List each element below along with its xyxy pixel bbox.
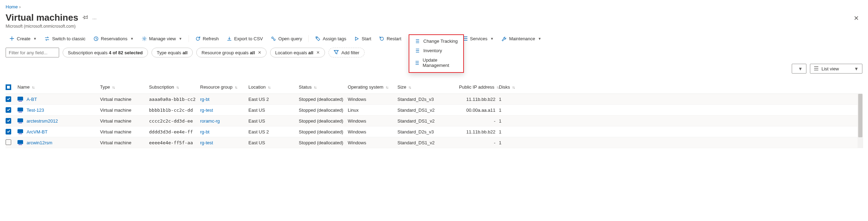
table-row[interactable]: Test-123Virtual machinebbbb1b1b-cc2c-ddr… [6,105,862,116]
filter-pill-subscription[interactable]: Subscription equals 4 of 82 selected [63,48,148,57]
cell-disks: 1 [499,97,542,102]
restart-button[interactable]: Restart [375,34,405,43]
pill-label: Resource group equals all [202,50,255,55]
row-checkbox[interactable] [6,96,11,102]
add-filter-button[interactable]: Add filter [329,48,365,57]
cell-type: Virtual machine [100,108,149,113]
svg-point-4 [317,37,317,38]
pin-icon[interactable] [83,14,88,21]
cell-status: Stopped (deallocated) [299,97,348,102]
close-icon[interactable]: ✕ [850,12,862,24]
scrollbar[interactable] [858,94,863,148]
cell-subscription: bbbb1b1b-cc2c-dd [149,108,200,113]
scrollbar-thumb[interactable] [858,94,862,137]
tenant-subtitle: Microsoft (microsoft.onmicrosoft.com) [6,24,97,29]
cell-public-ip: 11.11b.bb.b22 [448,97,499,102]
chevron-down-icon: ▼ [33,37,37,41]
cell-resource-group[interactable]: rg-test [200,140,248,145]
cell-disks: 1 [499,118,542,124]
services-inventory[interactable]: Inventory [409,46,463,55]
cell-disks: 1 [499,129,542,134]
reservations-button[interactable]: Reservations ▼ [90,34,137,43]
row-checkbox[interactable] [6,107,11,113]
list-view-label: List view [821,66,839,71]
cell-resource-group[interactable]: rg-bt [200,97,248,102]
services-change-tracking[interactable]: Change Tracking [409,36,463,46]
chevron-right-icon: › [19,4,21,9]
cell-subscription: dddd3d3d-ee4e-ff [149,129,200,134]
table-row[interactable]: ArcVM-BTVirtual machinedddd3d3d-ee4e-ffr… [6,126,862,137]
separator [308,35,309,42]
cell-status: Stopped (deallocated) [299,129,348,134]
pill-label: Type equals all [157,50,188,55]
clear-filter-icon[interactable]: ✕ [258,50,261,55]
group-by-select[interactable]: ▼ [792,64,806,74]
refresh-button[interactable]: Refresh [192,34,223,43]
cell-type: Virtual machine [100,97,149,102]
cell-name[interactable]: A-BT [17,97,100,102]
open-query-button[interactable]: Open query [267,34,306,43]
col-disks[interactable]: Disks↑↓ [499,84,542,90]
col-type[interactable]: Type↑↓ [100,84,149,90]
cell-resource-group[interactable]: rg-test [200,108,248,113]
start-button[interactable]: Start [351,34,375,43]
export-csv-label: Export to CSV [234,36,263,41]
table-row[interactable]: arcwin12rsmVirtual machineeeee4e4e-ff5f-… [6,137,862,148]
manage-view-button[interactable]: Manage view ▼ [138,34,186,43]
cell-disks: 1 [499,108,542,113]
refresh-label: Refresh [203,36,219,41]
chevron-down-icon: ▼ [538,37,542,41]
services-update-management[interactable]: Update Management [409,55,463,70]
cell-name[interactable]: ArcVM-BT [17,129,100,134]
cell-name[interactable]: Test-123 [17,108,100,113]
col-status[interactable]: Status↑↓ [299,84,348,90]
search-input[interactable] [6,48,59,57]
row-checkbox[interactable] [6,139,11,145]
col-resource-group[interactable]: Resource group↑↓ [200,84,248,90]
pill-label: Location equals all [275,50,313,55]
more-icon[interactable]: … [92,15,97,20]
clock-icon [93,36,99,41]
filter-pill-type[interactable]: Type equals all [151,48,193,57]
cell-name[interactable]: arctestrsm2012 [17,118,100,124]
select-all-checkbox[interactable] [6,84,17,90]
col-os[interactable]: Operating system↑↓ [348,84,397,90]
filter-pill-resource-group[interactable]: Resource group equals all ✕ [196,48,267,57]
restart-label: Restart [387,36,401,41]
cell-resource-group[interactable]: roramc-rg [200,118,248,124]
tag-icon [315,36,320,41]
col-location[interactable]: Location↑↓ [248,84,299,90]
cell-type: Virtual machine [100,118,149,124]
create-button[interactable]: Create ▼ [6,34,40,43]
vm-icon [17,97,23,102]
filter-pill-location[interactable]: Location equals all ✕ [270,48,325,57]
clear-filter-icon[interactable]: ✕ [316,50,320,55]
switch-classic-button[interactable]: Switch to classic [41,34,89,43]
cell-resource-group[interactable]: rg-bt [200,129,248,134]
breadcrumb-home[interactable]: Home [6,4,18,9]
cell-location: East US [248,108,299,113]
export-csv-button[interactable]: Export to CSV [223,34,266,43]
services-button[interactable]: Services ▼ [459,34,497,43]
cell-name[interactable]: arcwin12rsm [17,140,100,145]
cell-os: Linux [348,108,397,113]
svg-point-3 [274,39,275,40]
vm-icon [17,118,23,123]
row-checkbox[interactable] [6,129,11,134]
cell-size: Standard_DS1_v2 [397,108,448,113]
col-size[interactable]: Size↑↓ [397,84,448,90]
cell-location: East US [248,118,299,124]
table-row[interactable]: arctestrsm2012Virtual machinecccc2c2c-dd… [6,116,862,126]
maintenance-button[interactable]: Maintenance ▼ [498,34,545,43]
row-checkbox[interactable] [6,118,11,124]
vm-icon [17,129,23,134]
pill-label: Subscription equals 4 of 82 selected [68,50,143,55]
list-view-select[interactable]: List view ▼ [810,64,862,74]
assign-tags-button[interactable]: Assign tags [311,34,350,43]
col-name[interactable]: Name↑↓ [17,84,100,90]
col-public-ip[interactable]: Public IP address↑↓ [448,84,499,90]
table-row[interactable]: A-BTVirtual machineaaaa0a0a-bb1b-cc2rg-b… [6,94,862,105]
col-subscription[interactable]: Subscription↑↓ [149,84,200,90]
assign-tags-label: Assign tags [323,36,346,41]
grid-header: Name↑↓ Type↑↓ Subscription↑↓ Resource gr… [6,81,862,94]
